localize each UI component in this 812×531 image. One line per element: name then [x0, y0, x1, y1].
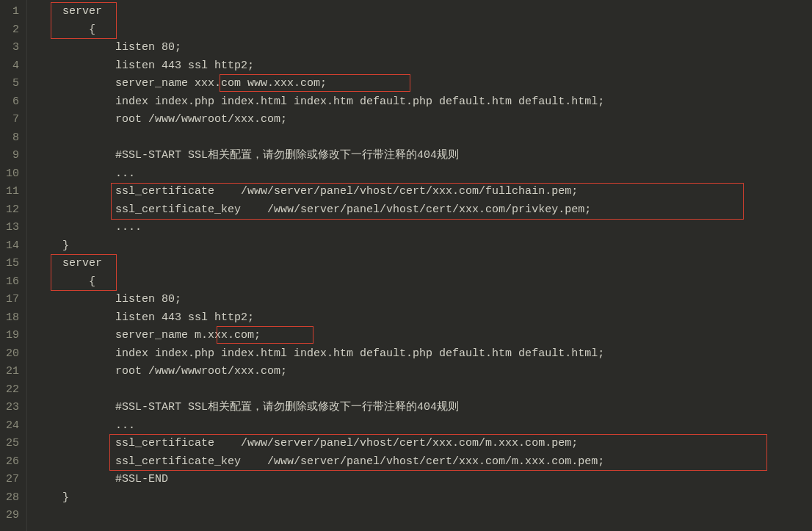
- code-line[interactable]: index index.php index.html index.htm def…: [36, 93, 812, 112]
- line-number: 5: [6, 75, 19, 93]
- code-line[interactable]: server: [36, 3, 812, 21]
- code-line[interactable]: server_name xxx.com www.xxx.com;: [36, 75, 812, 93]
- code-line[interactable]: ....: [36, 219, 812, 237]
- code-editor: 1234567891011121314151617181920212223242…: [0, 0, 812, 531]
- code-line[interactable]: ssl_certificate /www/server/panel/vhost/…: [36, 435, 812, 453]
- code-line[interactable]: listen 80;: [36, 39, 812, 57]
- code-line[interactable]: listen 443 ssl http2;: [36, 57, 812, 76]
- code-line[interactable]: {: [36, 21, 812, 40]
- line-number: 20: [6, 345, 19, 364]
- code-line[interactable]: root /www/wwwroot/xxx.com;: [36, 363, 812, 381]
- line-number: 8: [6, 129, 19, 148]
- line-number: 4: [6, 57, 19, 76]
- line-number: 3: [6, 39, 19, 57]
- line-number: 23: [6, 399, 19, 417]
- line-number: 25: [6, 435, 19, 453]
- line-number: 26: [6, 453, 19, 472]
- code-line[interactable]: #SSL-END: [36, 471, 812, 489]
- line-number: 16: [6, 273, 19, 292]
- code-line[interactable]: listen 80;: [36, 291, 812, 309]
- line-number: 12: [6, 201, 19, 220]
- code-line[interactable]: [36, 381, 812, 400]
- line-number: 7: [6, 111, 19, 129]
- line-number-gutter: 1234567891011121314151617181920212223242…: [0, 0, 27, 531]
- line-number: 19: [6, 327, 19, 345]
- line-number: 24: [6, 417, 19, 436]
- code-line[interactable]: index index.php index.html index.htm def…: [36, 345, 812, 364]
- code-line[interactable]: {: [36, 273, 812, 292]
- line-number: 22: [6, 381, 19, 400]
- code-line[interactable]: [36, 507, 812, 525]
- line-number: 28: [6, 489, 19, 507]
- code-area[interactable]: server { listen 80; listen 443 ssl http2…: [27, 0, 812, 531]
- code-line[interactable]: }: [36, 237, 812, 256]
- code-line[interactable]: ssl_certificate_key /www/server/panel/vh…: [36, 453, 812, 472]
- line-number: 10: [6, 165, 19, 184]
- line-number: 14: [6, 237, 19, 256]
- code-line[interactable]: listen 443 ssl http2;: [36, 309, 812, 328]
- line-number: 29: [6, 507, 19, 525]
- line-number: 2: [6, 21, 19, 40]
- line-number: 13: [6, 219, 19, 237]
- code-line[interactable]: ...: [36, 165, 812, 184]
- line-number: 1: [6, 3, 19, 21]
- code-line[interactable]: ...: [36, 417, 812, 436]
- code-line[interactable]: ssl_certificate /www/server/panel/vhost/…: [36, 183, 812, 201]
- line-number: 18: [6, 309, 19, 328]
- code-line[interactable]: server: [36, 255, 812, 273]
- line-number: 27: [6, 471, 19, 489]
- code-line[interactable]: ssl_certificate_key /www/server/panel/vh…: [36, 201, 812, 220]
- code-line[interactable]: root /www/wwwroot/xxx.com;: [36, 111, 812, 129]
- code-line[interactable]: [36, 129, 812, 148]
- code-line[interactable]: #SSL-START SSL相关配置，请勿删除或修改下一行带注释的404规则: [36, 399, 812, 417]
- code-line[interactable]: #SSL-START SSL相关配置，请勿删除或修改下一行带注释的404规则: [36, 147, 812, 165]
- line-number: 17: [6, 291, 19, 309]
- line-number: 9: [6, 147, 19, 165]
- code-line[interactable]: }: [36, 489, 812, 507]
- line-number: 15: [6, 255, 19, 273]
- line-number: 6: [6, 93, 19, 112]
- code-line[interactable]: server_name m.xxx.com;: [36, 327, 812, 345]
- line-number: 21: [6, 363, 19, 381]
- line-number: 11: [6, 183, 19, 201]
